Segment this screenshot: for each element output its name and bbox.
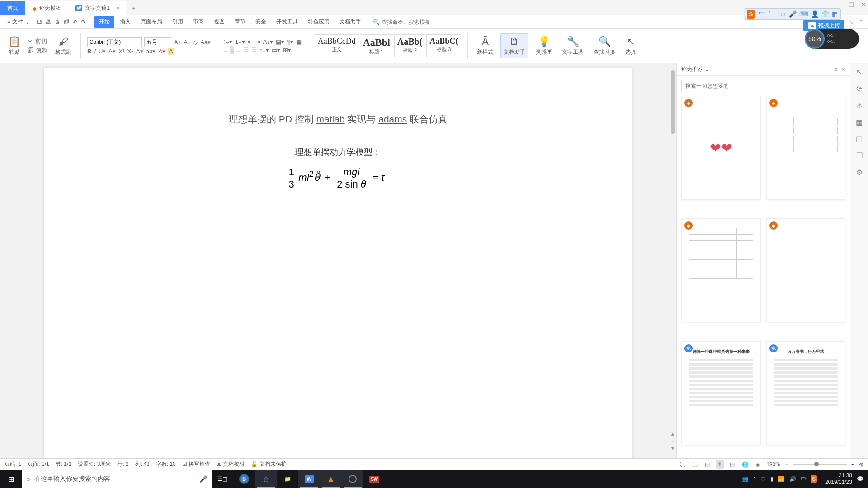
- shrink-font-icon[interactable]: A↓: [184, 39, 190, 46]
- chevron-down-icon[interactable]: ⌄: [705, 66, 709, 73]
- status-row[interactable]: 行: 2: [117, 460, 128, 468]
- reading-view-icon[interactable]: ▢: [691, 460, 699, 469]
- fit-page-icon[interactable]: ⊕: [859, 461, 863, 468]
- vtool-table-icon[interactable]: ▦: [856, 118, 863, 127]
- text-effect-button[interactable]: A▾: [136, 48, 143, 55]
- font-color-button[interactable]: A▾: [158, 48, 165, 55]
- text-tool-button[interactable]: 🔧 文字工具: [559, 34, 586, 58]
- scrollbar-thumb[interactable]: [671, 70, 675, 134]
- command-search-input[interactable]: [382, 19, 445, 25]
- undo-icon[interactable]: ↶: [73, 19, 77, 25]
- tab-document[interactable]: W 文字文稿1 •: [68, 1, 126, 15]
- close-button[interactable]: ✕: [861, 1, 866, 8]
- style-heading2[interactable]: AaBb(标题 2: [394, 34, 426, 57]
- ime-mic-icon[interactable]: 🎤: [789, 10, 797, 18]
- document-viewport[interactable]: 理想单摆的 PD 控制 matlab 实现与 adams 联合仿真 理想单摆动力…: [0, 63, 676, 458]
- align-right-button[interactable]: ≡: [237, 47, 241, 53]
- status-section[interactable]: 节: 1/1: [56, 460, 71, 468]
- print-preview-icon[interactable]: 🗎: [55, 19, 60, 25]
- tray-shield-icon[interactable]: 🛡: [760, 476, 766, 482]
- notifications-icon[interactable]: 💬: [857, 476, 863, 482]
- select-button[interactable]: ↖ 选择: [623, 34, 639, 58]
- ime-keyboard-icon[interactable]: ⌨: [799, 10, 808, 18]
- feedback-icon[interactable]: ☺: [849, 19, 854, 25]
- vtool-refresh-icon[interactable]: ⟳: [856, 84, 862, 93]
- style-heading1[interactable]: AaBbl标题 1: [360, 34, 393, 57]
- vtool-warning-icon[interactable]: ⚠: [856, 101, 863, 110]
- tray-expand-icon[interactable]: ^: [753, 476, 756, 482]
- zoom-in-button[interactable]: +: [851, 461, 854, 468]
- maximize-button[interactable]: ❐: [849, 1, 854, 8]
- style-heading3[interactable]: AaBbC(标题 3: [426, 34, 461, 57]
- tray-ime[interactable]: 中: [801, 475, 806, 483]
- italic-button[interactable]: I: [94, 48, 96, 55]
- app-solidworks[interactable]: SW: [363, 470, 385, 488]
- next-page-icon[interactable]: ▼: [670, 446, 675, 451]
- fill-color-button[interactable]: ▭▾: [272, 47, 280, 53]
- format-painter-button[interactable]: 🖌 格式刷: [52, 34, 74, 58]
- taskview-button[interactable]: ☰◫: [212, 470, 233, 488]
- tray-volume-icon[interactable]: 🔊: [789, 476, 796, 482]
- vertical-scrollbar[interactable]: ▲ ◦ ▼: [669, 63, 676, 458]
- people-icon[interactable]: 👥: [742, 476, 749, 482]
- font-family-combo[interactable]: [87, 37, 142, 47]
- indent-inc-button[interactable]: ⇥: [255, 38, 260, 45]
- find-replace-button[interactable]: 🔍 查找替换: [591, 34, 618, 58]
- ime-zh[interactable]: 中: [759, 10, 765, 18]
- distributed-button[interactable]: ☰: [251, 47, 257, 53]
- ime-smile-icon[interactable]: ☺: [780, 10, 786, 18]
- redo-icon[interactable]: ↷: [81, 19, 85, 25]
- app-wps[interactable]: W: [298, 470, 320, 488]
- ime-punct-icon[interactable]: °，: [768, 10, 777, 18]
- ribbon-tab-chapter[interactable]: 章节: [230, 16, 250, 28]
- zoom-out-button[interactable]: −: [785, 461, 788, 468]
- inspiration-button[interactable]: 💡 灵感匣: [533, 34, 555, 58]
- align-center-button[interactable]: ≡: [230, 46, 235, 54]
- status-protect[interactable]: 🔓 文档未保护: [251, 460, 286, 468]
- ribbon-tab-reference[interactable]: 引用: [168, 16, 188, 28]
- ime-toolbox-icon[interactable]: ▦: [832, 10, 838, 18]
- file-menu[interactable]: ≡ 文件 ⌄: [5, 18, 32, 26]
- taskbar-clock[interactable]: 21:38 2019/11/23: [825, 472, 852, 486]
- style-normal[interactable]: AaBbCcDd正文: [315, 34, 359, 57]
- align-left-button[interactable]: ≡: [224, 47, 227, 53]
- template-item[interactable]: 免 选择一种课程就是选择一种未来: [681, 341, 761, 445]
- vtool-layers-icon[interactable]: ❒: [856, 151, 863, 160]
- template-item[interactable]: ◆: [766, 96, 846, 200]
- strike-button[interactable]: A̶▾: [108, 48, 116, 55]
- shading-button[interactable]: ▤▾: [276, 38, 284, 45]
- panel-settings-icon[interactable]: ≡: [834, 66, 837, 73]
- app-explorer[interactable]: 📁: [277, 470, 298, 488]
- borders-button[interactable]: ▦: [296, 38, 302, 45]
- status-doccheck[interactable]: ☒ 文档校对: [217, 460, 245, 468]
- web-view-icon[interactable]: 🌐: [741, 460, 750, 469]
- status-pageno[interactable]: 页码: 1: [5, 460, 21, 468]
- paste-button[interactable]: 📋 粘贴: [5, 34, 23, 58]
- print-direct-icon[interactable]: 🗐: [64, 19, 69, 25]
- minimize-button[interactable]: —: [836, 1, 842, 8]
- goto-icon[interactable]: ◦: [672, 438, 674, 444]
- grow-font-icon[interactable]: A↑: [174, 39, 181, 46]
- ribbon-tab-featured[interactable]: 特色应用: [303, 16, 334, 28]
- bold-button[interactable]: B: [87, 48, 91, 55]
- ribbon-tab-assistant[interactable]: 文档助手: [335, 16, 366, 28]
- panel-close-icon[interactable]: ✕: [841, 66, 845, 73]
- paragraph-marks-button[interactable]: ¶▾: [287, 38, 293, 45]
- cut-button[interactable]: 剪切: [35, 38, 47, 46]
- status-spellcheck[interactable]: ☑ 拼写检查: [182, 460, 210, 468]
- change-case-icon[interactable]: Aa▾: [200, 39, 211, 46]
- network-speed-widget[interactable]: 50% 0K/s 0K/s: [805, 29, 859, 49]
- app-edge[interactable]: e: [255, 470, 277, 488]
- fullscreen-icon[interactable]: ⛶: [679, 460, 687, 469]
- phonetic-button[interactable]: ab▾: [146, 48, 156, 55]
- ime-toolbar[interactable]: S 中 °， ☺ 🎤 ⌨ 👤 👕 ▦: [744, 8, 841, 20]
- superscript-button[interactable]: X²: [118, 48, 124, 55]
- template-item[interactable]: 免 读万卷书，行万里路: [766, 341, 846, 445]
- template-item[interactable]: ◆: [681, 218, 761, 322]
- tab-home[interactable]: 首页: [0, 1, 25, 15]
- ribbon-tab-view[interactable]: 视图: [209, 16, 229, 28]
- vtool-gear-icon[interactable]: ⚙: [856, 168, 863, 177]
- add-tab-button[interactable]: ＋: [126, 1, 142, 15]
- status-col[interactable]: 列: 43: [135, 460, 150, 468]
- template-item[interactable]: ◆ 某某文档封面设计 YOU CAN CLICK HERE TO ADD YOU…: [766, 218, 846, 322]
